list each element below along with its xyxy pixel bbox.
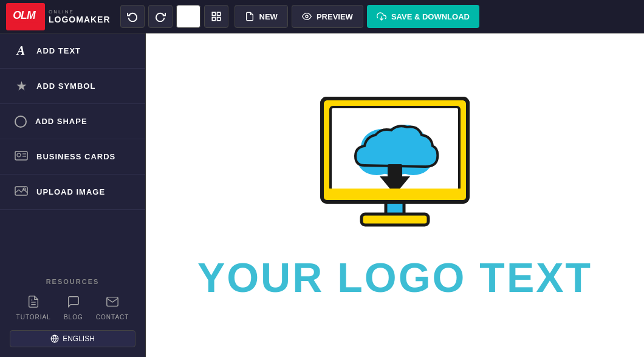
svg-text:OLM: OLM: [13, 9, 36, 21]
tutorial-icon: [27, 295, 40, 311]
preview-button[interactable]: PREVIEW: [292, 5, 363, 28]
new-button[interactable]: NEW: [235, 5, 288, 28]
logo-main-text: LOGOMAKER: [49, 15, 111, 24]
header: OLM ONLINE LOGOMAKER NEW: [0, 0, 644, 33]
svg-point-9: [17, 153, 21, 157]
text-icon: A: [15, 44, 28, 58]
undo-button[interactable]: [120, 5, 145, 28]
sidebar-item-add-text-label: ADD TEXT: [36, 46, 81, 55]
blog-label: BLOG: [64, 314, 83, 321]
svg-rect-4: [217, 18, 220, 21]
logo-preview: YOUR LOGO TEXT: [197, 92, 592, 298]
svg-rect-3: [217, 12, 220, 15]
logo: OLM ONLINE LOGOMAKER: [6, 3, 111, 30]
monitor-illustration: [304, 92, 486, 244]
svg-rect-29: [322, 189, 468, 202]
canvas-area[interactable]: YOUR LOGO TEXT: [146, 33, 644, 357]
contact-icon: [106, 295, 119, 311]
logo-text-group: ONLINE LOGOMAKER: [49, 9, 111, 24]
resources-title: RESOURCES: [10, 278, 135, 285]
logo-text-preview: YOUR LOGO TEXT: [197, 257, 592, 298]
shape-icon: [15, 116, 27, 128]
grid-button[interactable]: [204, 5, 228, 28]
language-label: ENGLISH: [63, 334, 95, 343]
contact-link[interactable]: CONTACT: [96, 295, 129, 321]
business-cards-icon: [15, 150, 28, 164]
sidebar-item-add-shape-label: ADD SHAPE: [35, 117, 87, 126]
logo-online-text: ONLINE: [49, 9, 111, 15]
sidebar: A ADD TEXT ★ ADD SYMBOL ADD SHAPE BUSINE…: [0, 33, 146, 357]
symbol-icon: ★: [15, 80, 28, 93]
new-label: NEW: [259, 12, 278, 21]
svg-rect-2: [212, 12, 215, 15]
contact-label: CONTACT: [96, 314, 129, 321]
resources-links: TUTORIAL BLOG: [10, 295, 135, 321]
svg-rect-28: [361, 214, 428, 225]
sidebar-item-upload-image[interactable]: UPLOAD IMAGE: [0, 175, 145, 210]
upload-image-icon: [15, 185, 28, 199]
sidebar-item-business-cards[interactable]: BUSINESS CARDS: [0, 139, 145, 175]
color-picker-button[interactable]: [176, 5, 200, 28]
resources-section: RESOURCES TUTORIAL: [0, 268, 145, 357]
blog-icon: [67, 295, 80, 311]
svg-point-6: [306, 15, 308, 18]
sidebar-item-business-cards-label: BUSINESS CARDS: [36, 152, 115, 161]
sidebar-item-add-symbol[interactable]: ★ ADD SYMBOL: [0, 69, 145, 104]
tutorial-label: TUTORIAL: [16, 314, 51, 321]
sidebar-item-add-symbol-label: ADD SYMBOL: [36, 81, 95, 91]
preview-label: PREVIEW: [317, 12, 353, 21]
main-layout: A ADD TEXT ★ ADD SYMBOL ADD SHAPE BUSINE…: [0, 33, 644, 357]
svg-rect-5: [212, 18, 215, 21]
logo-icon: OLM: [6, 3, 45, 30]
sidebar-item-add-shape[interactable]: ADD SHAPE: [0, 104, 145, 139]
sidebar-item-add-text[interactable]: A ADD TEXT: [0, 33, 145, 69]
redo-button[interactable]: [148, 5, 173, 28]
save-label: SAVE & DOWNLOAD: [391, 12, 470, 21]
language-button[interactable]: ENGLISH: [10, 330, 135, 347]
blog-link[interactable]: BLOG: [64, 295, 83, 321]
save-download-button[interactable]: SAVE & DOWNLOAD: [367, 5, 479, 28]
tutorial-link[interactable]: TUTORIAL: [16, 295, 51, 321]
sidebar-item-upload-image-label: UPLOAD IMAGE: [36, 187, 105, 196]
